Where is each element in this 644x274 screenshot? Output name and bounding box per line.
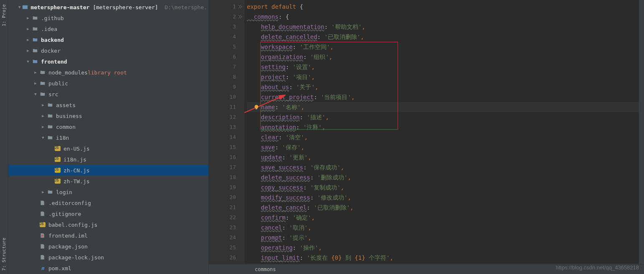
code-line[interactable]: save_success: '保存成功', [247,162,644,172]
line-number[interactable]: 17 [209,162,236,172]
expand-arrow-icon[interactable]: ▶ [26,27,30,31]
line-number[interactable]: 10 [209,92,236,102]
tree-item-zh-TW-js[interactable]: JSzh-TW.js [8,176,208,187]
tree-item--github[interactable]: ▶.github [8,13,208,23]
line-number[interactable]: 3 [209,22,236,32]
tree-item-babel-config-js[interactable]: JSbabel.config.js [8,219,208,230]
code-line[interactable]: project: '项目', [247,72,644,82]
line-number[interactable]: 12 [209,112,236,122]
line-number[interactable]: 2 [209,12,236,22]
tree-item-login[interactable]: ▶login [8,187,208,197]
line-number[interactable]: 15 [209,142,236,152]
expand-arrow-icon[interactable]: ▶ [26,49,30,53]
code-line[interactable]: delete_cancel: '已取消删除', [247,202,644,213]
tree-item-i18n[interactable]: ▼i18n [8,132,208,143]
breadcrumb-item[interactable]: commons [255,266,276,272]
line-number[interactable]: 22 [209,213,236,223]
code-editor[interactable]: export default { commons: { help_documen… [244,0,644,274]
tree-item-package-lock-json[interactable]: package-lock.json [8,252,208,263]
line-number[interactable]: 20 [209,192,236,202]
code-line[interactable]: delete_cancelled: '已取消删除', [247,32,644,42]
expand-arrow-icon[interactable]: ▼ [18,5,20,9]
tree-item-frontend-iml[interactable]: frontend.iml [8,230,208,241]
line-number[interactable]: 24 [209,233,236,243]
code-line[interactable]: input_limit: '长度在 {0} 到 {1} 个字符', [247,253,644,263]
tree-item-public[interactable]: ▶public [8,78,208,89]
tree-item-i18n-js[interactable]: JSi18n.js [8,154,208,165]
tree-item-en-US-js[interactable]: JSen-US.js [8,143,208,154]
code-line[interactable]: about_us: '关于', [247,82,644,92]
project-tab[interactable]: 1: Proje [0,1,8,30]
line-number[interactable]: 13 [209,122,236,132]
tree-item--gitignore[interactable]: .gitignore [8,208,208,219]
line-number[interactable]: 11 [209,102,236,112]
line-number[interactable]: 9 [209,82,236,92]
tree-item-docker[interactable]: ▶docker [8,45,208,56]
code-line[interactable]: modify_success: '修改成功', [247,192,644,202]
line-number[interactable]: 18 [209,172,236,182]
line-number[interactable]: 16 [209,152,236,162]
code-line[interactable]: workspace: '工作空间', [247,42,644,52]
line-number[interactable]: 19 [209,182,236,192]
line-number[interactable]: 5 [209,42,236,52]
tree-item-src[interactable]: ▼src [8,89,208,100]
expand-arrow-icon[interactable]: ▶ [26,16,30,20]
tree-item--idea[interactable]: ▶.idea [8,23,208,34]
code-line[interactable]: copy_success: '复制成功', [247,182,644,192]
expand-arrow-icon[interactable]: ▶ [41,190,45,194]
structure-tab[interactable]: 7: Structure [0,234,8,274]
tree-item-common[interactable]: ▶common [8,121,208,132]
tree-item-zh-CN-js[interactable]: JSzh-CN.js [8,165,208,176]
line-number[interactable]: 14 [209,132,236,142]
expand-arrow-icon[interactable]: ▼ [26,59,30,64]
expand-arrow-icon[interactable]: ▶ [41,103,45,107]
code-line[interactable]: confirm: '确定', [247,213,644,223]
intention-bulb-icon[interactable] [254,104,259,110]
code-line[interactable]: name: '名称', [247,102,644,112]
expand-arrow-icon[interactable]: ▶ [33,70,38,74]
code-line[interactable]: help_documentation: '帮助文档', [247,22,644,32]
expand-arrow-icon[interactable]: ▶ [41,114,45,118]
code-line[interactable]: description: '描述', [247,112,644,122]
line-number[interactable]: 8 [209,72,236,82]
code-line[interactable]: export default { [247,2,644,12]
fold-marker-icon[interactable] [237,12,243,22]
code-line[interactable]: update: '更新', [247,152,644,162]
tree-item-frontend[interactable]: ▼frontend [8,56,208,67]
line-number[interactable]: 4 [209,32,236,42]
expand-arrow-icon[interactable]: ▶ [41,125,45,129]
tree-item-business[interactable]: ▶business [8,110,208,121]
expand-arrow-icon[interactable]: ▶ [26,38,30,42]
tree-item-pom-xml[interactable]: mpom.xml [8,263,208,274]
tree-item-backend[interactable]: ▶backend [8,34,208,45]
line-number[interactable]: 7 [209,62,236,72]
line-number[interactable]: 23 [209,223,236,233]
code-line[interactable]: clear: '清空', [247,132,644,142]
line-number[interactable]: 26 [209,253,236,263]
code-line[interactable]: setting: '设置', [247,62,644,72]
code-line[interactable]: commons: { [247,12,644,22]
tree-item--editorconfig[interactable]: .editorconfig [8,197,208,208]
expand-arrow-icon[interactable]: ▼ [33,92,38,96]
line-number[interactable]: 21 [209,202,236,213]
line-number[interactable]: 6 [209,52,236,62]
tree-item-node_modules[interactable]: ▶node_modules library root [8,67,208,78]
tree-item-assets[interactable]: ▶assets [8,100,208,110]
code-line[interactable]: save: '保存', [247,142,644,152]
editor-scrollbar[interactable] [639,0,644,264]
code-line[interactable]: operating: '操作', [247,243,644,253]
code-line[interactable]: current_project: '当前项目', [247,92,644,102]
code-line[interactable]: prompt: '提示', [247,233,644,243]
line-number[interactable]: 1 [209,2,236,12]
line-numbers-gutter[interactable]: 1234567891011121314151617181920212223242… [209,0,244,274]
code-line[interactable]: organization: '组织', [247,52,644,62]
project-root[interactable]: ▼ metersphere-master [metersphere-server… [8,2,208,13]
code-line[interactable]: cancel: '取消', [247,223,644,233]
code-line[interactable]: annotation: '注释', [247,122,644,132]
line-number[interactable]: 25 [209,243,236,253]
expand-arrow-icon[interactable]: ▶ [33,81,38,85]
fold-marker-icon[interactable] [237,2,243,12]
expand-arrow-icon[interactable]: ▼ [41,136,45,140]
code-line[interactable]: delete_success: '删除成功', [247,172,644,182]
tree-item-package-json[interactable]: package.json [8,241,208,252]
